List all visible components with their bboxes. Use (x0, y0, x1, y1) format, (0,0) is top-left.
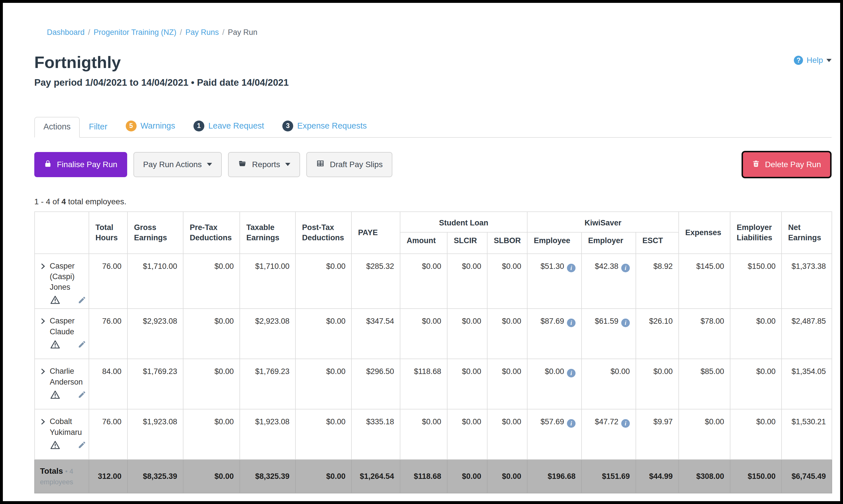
breadcrumb-pay-runs[interactable]: Pay Runs (185, 28, 219, 37)
actions-toolbar: Finalise Pay Run Pay Run Actions Reports… (34, 151, 831, 178)
breadcrumb-current: Pay Run (228, 28, 257, 37)
expand-row-chevron-icon[interactable] (40, 366, 50, 377)
total-hours-cell: 84.00 (89, 359, 127, 409)
warning-icon[interactable] (50, 340, 60, 349)
kiwisaver-employer-cell: $42.38 (581, 254, 636, 309)
tab-label: Expense Requests (297, 121, 366, 130)
info-icon[interactable] (567, 264, 575, 272)
help-label: Help (806, 56, 823, 65)
col-slbor: SLBOR (487, 232, 527, 253)
info-icon[interactable] (567, 369, 575, 377)
chevron-down-icon (826, 59, 831, 62)
warning-icon[interactable] (50, 295, 60, 304)
breadcrumb-separator (88, 28, 90, 37)
breadcrumb-dashboard[interactable]: Dashboard (47, 28, 85, 37)
tab-label: Actions (43, 122, 71, 131)
chevron-down-icon (285, 163, 290, 166)
kiwisaver-employee-cell: $51.30 (527, 254, 581, 309)
info-icon[interactable] (567, 319, 575, 327)
kiwisaver-employee-cell: $87.69 (527, 309, 581, 359)
pay-run-actions-button[interactable]: Pay Run Actions (133, 152, 222, 177)
employee-row: Charlie Anderson 84.00 $1,769.23 $0.00 $… (35, 359, 832, 409)
tab-leave-request[interactable]: 1 Leave Request (184, 115, 273, 138)
kiwisaver-employee-cell: $0.00 (527, 359, 581, 409)
employer-liabilities-cell: $150.00 (730, 254, 782, 309)
info-icon[interactable] (621, 419, 630, 428)
leave-request-count-badge: 1 (194, 121, 204, 131)
paye-cell: $335.18 (352, 409, 400, 460)
net-earnings-cell: $2,487.85 (782, 309, 832, 359)
expand-row-chevron-icon[interactable] (40, 416, 50, 427)
totals-label-cell: Totals • 4 employees (35, 460, 89, 493)
esct-cell: $9.97 (636, 409, 679, 460)
edit-pencil-icon[interactable] (78, 296, 86, 304)
col-expenses: Expenses (679, 212, 730, 254)
summary-range: 1 - 4 of (34, 197, 59, 206)
finalise-pay-run-button[interactable]: Finalise Pay Run (34, 152, 127, 177)
gross-earnings-cell: $1,923.08 (127, 409, 183, 460)
employee-name[interactable]: Casper (Caspi) Jones (50, 262, 75, 292)
expand-row-chevron-icon[interactable] (40, 261, 50, 271)
summary-count: 4 (61, 197, 66, 206)
button-label: Draft Pay Slips (330, 160, 383, 169)
kiwisaver-employee-value: $0.00 (545, 367, 564, 376)
breadcrumb-separator (222, 28, 225, 37)
edit-pencil-icon[interactable] (78, 440, 86, 449)
totals-total-hours: 312.00 (89, 460, 127, 493)
kiwisaver-employer-value: $47.72 (595, 417, 618, 426)
esct-cell: $8.92 (636, 254, 679, 309)
expense-requests-count-badge: 3 (282, 121, 293, 131)
breadcrumb-organisation[interactable]: Progenitor Training (NZ) (94, 28, 177, 37)
draft-pay-slips-button[interactable]: Draft Pay Slips (306, 152, 392, 177)
slcir-cell: $0.00 (447, 254, 487, 309)
employee-name[interactable]: Cobalt Yukimaru (50, 417, 82, 436)
trash-icon (752, 159, 760, 170)
employee-name-cell: Cobalt Yukimaru (35, 409, 89, 460)
chevron-down-icon (207, 163, 212, 166)
paye-cell: $296.50 (352, 359, 400, 409)
net-earnings-cell: $1,354.05 (782, 359, 832, 409)
employee-name[interactable]: Charlie Anderson (50, 367, 83, 386)
tab-filter[interactable]: Filter (80, 117, 116, 138)
totals-kiwisaver-employee: $196.68 (527, 460, 581, 493)
tab-expense-requests[interactable]: 3 Expense Requests (273, 115, 376, 138)
tab-actions[interactable]: Actions (34, 117, 80, 138)
pay-run-page: DashboardProgenitor Training (NZ)Pay Run… (3, 3, 840, 502)
help-menu[interactable]: Help (794, 56, 831, 65)
warning-icon[interactable] (50, 440, 60, 449)
button-label: Finalise Pay Run (57, 160, 118, 169)
expenses-cell: $0.00 (679, 409, 730, 460)
employee-count-summary: 1 - 4 of 4 total employees. (34, 197, 831, 206)
post-tax-deductions-cell: $0.00 (295, 254, 352, 309)
lock-icon (44, 160, 52, 169)
kiwisaver-employee-value: $87.69 (540, 317, 564, 325)
totals-esct: $44.99 (636, 460, 679, 493)
info-icon[interactable] (621, 319, 630, 327)
kiwisaver-employer-cell: $47.72 (581, 409, 636, 460)
expenses-cell: $85.00 (679, 359, 730, 409)
tab-warnings[interactable]: 5 Warnings (116, 115, 184, 138)
totals-expenses: $308.00 (679, 460, 730, 493)
employee-name-cell: Casper Claude (35, 309, 89, 359)
warning-icon[interactable] (50, 390, 60, 399)
taxable-earnings-cell: $1,769.23 (240, 359, 295, 409)
breadcrumb: DashboardProgenitor Training (NZ)Pay Run… (47, 28, 831, 37)
total-hours-cell: 76.00 (89, 254, 127, 309)
expand-row-chevron-icon[interactable] (40, 316, 50, 326)
button-label: Delete Pay Run (765, 160, 821, 169)
totals-student-loan-amount: $118.68 (400, 460, 447, 493)
reports-button[interactable]: Reports (228, 152, 300, 177)
button-label: Reports (252, 160, 280, 169)
info-icon[interactable] (567, 419, 575, 428)
info-icon[interactable] (621, 264, 630, 272)
col-pre-tax-deductions: Pre-Tax Deductions (183, 212, 240, 254)
employee-name[interactable]: Casper Claude (50, 317, 75, 336)
delete-pay-run-button[interactable]: Delete Pay Run (741, 151, 831, 178)
pre-tax-deductions-cell: $0.00 (183, 309, 240, 359)
edit-pencil-icon[interactable] (78, 390, 86, 399)
employee-row: Cobalt Yukimaru 76.00 $1,923.08 $0.00 $1… (35, 409, 832, 460)
esct-cell: $0.00 (636, 359, 679, 409)
col-esct: ESCT (636, 232, 679, 253)
edit-pencil-icon[interactable] (78, 340, 86, 348)
page-title: Fortnigthly (34, 53, 289, 72)
